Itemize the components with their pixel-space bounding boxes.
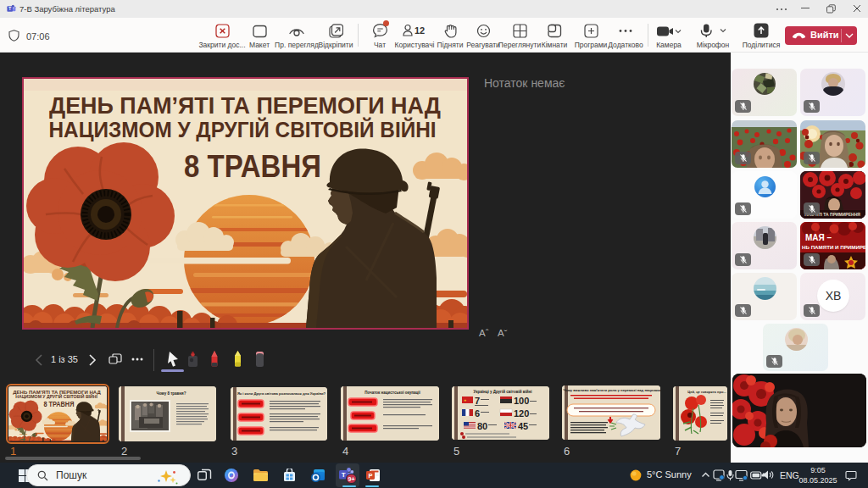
svg-text:НЬ ПАМЯТИ И ПРИМИРЕН: НЬ ПАМЯТИ И ПРИМИРЕН (802, 244, 865, 250)
svg-text:Початок нацистської окупації: Початок нацистської окупації (364, 391, 420, 395)
svg-text:T: T (8, 7, 11, 11)
svg-text:80: 80 (477, 421, 487, 431)
svg-text:12: 12 (415, 25, 425, 36)
svg-text:ДЕНЬ ПАМ’ЯТІ ТА ПЕРЕМОГИ НАД: ДЕНЬ ПАМ’ЯТІ ТА ПЕРЕМОГИ НАД (13, 390, 100, 395)
svg-text:НАЦИЗМОМ У ДРУГІЙ СВІТОВІЙ ВІЙ: НАЦИЗМОМ У ДРУГІЙ СВІТОВІЙ ВІЙНІ (15, 393, 97, 399)
svg-text:8 ТРАВНЯ: 8 ТРАВНЯ (184, 149, 321, 184)
svg-text:Чому 8 травня?: Чому 8 травня? (157, 391, 186, 396)
svg-text:P: P (368, 472, 372, 480)
svg-text:Чому важливо пам'ятати роль у: Чому важливо пам'ятати роль у перемозі н… (563, 388, 660, 392)
svg-text:120: 120 (514, 408, 529, 419)
svg-text:7: 7 (475, 396, 480, 406)
svg-text:Цей, це говорять про...: Цей, це говорять про... (687, 390, 726, 394)
svg-text:45: 45 (518, 421, 528, 431)
svg-text:Українці у Другій світовій вій: Українці у Другій світовій війні (474, 389, 532, 394)
svg-text:100: 100 (514, 396, 529, 406)
svg-text:6: 6 (475, 408, 480, 419)
svg-text:8 ТРАВНЯ: 8 ТРАВНЯ (43, 400, 74, 408)
svg-text:НАЦИЗМОМ У ДРУГІЙ СВІТОВІЙ ВІЙ: НАЦИЗМОМ У ДРУГІЙ СВІТОВІЙ ВІЙНІ (49, 117, 437, 142)
svg-text:Як і коли Друга світова розпоч: Як і коли Друга світова розпочалася для … (237, 391, 326, 396)
svg-text:МАЯ –: МАЯ – (805, 233, 832, 242)
svg-text:T: T (342, 471, 346, 479)
svg-text:★: ★ (464, 398, 467, 402)
svg-text:ДЕНЬ ПАМ’ЯТІ ТА ПЕРЕМОГИ НАД: ДЕНЬ ПАМ’ЯТІ ТА ПЕРЕМОГИ НАД (49, 92, 441, 119)
